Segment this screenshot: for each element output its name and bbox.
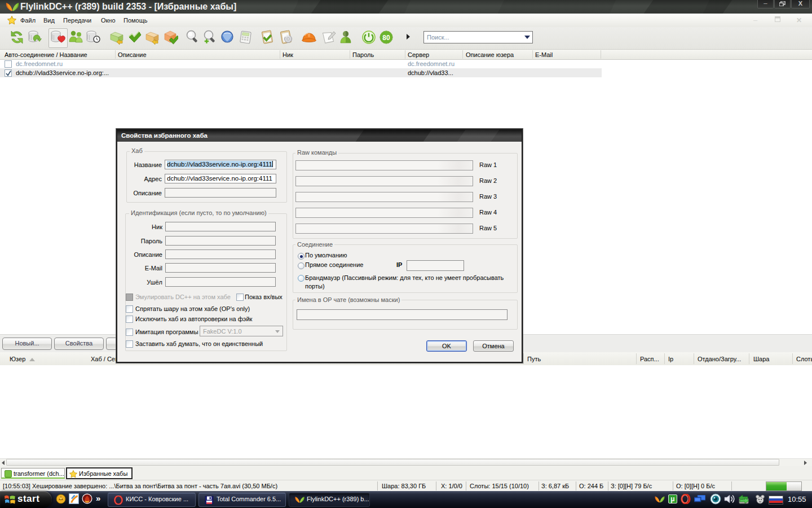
svg-text:80: 80 — [382, 34, 390, 42]
